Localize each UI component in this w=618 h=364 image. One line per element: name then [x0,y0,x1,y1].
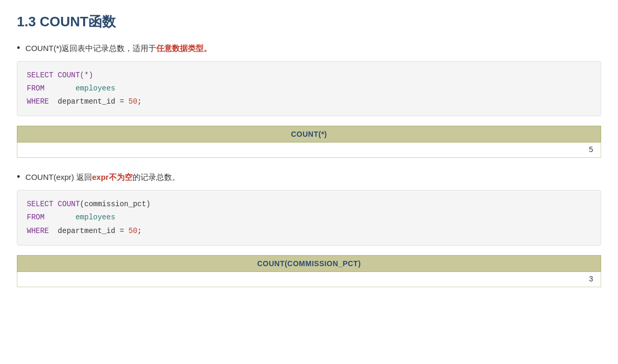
result-table-2-header: COUNT(COMMISSION_PCT) [17,255,601,271]
bullet-2-after: 的记录总数。 [133,173,180,181]
table-row: 3 [17,271,601,287]
col-name-1: department_id [58,97,115,106]
bullet-1-before: COUNT(*)返回表中记录总数，适用于 [25,44,156,53]
bullet-2: COUNT(expr) 返回expr不为空的记录总数。 [17,169,601,185]
code-line-5: FROM employees [27,211,591,224]
result-table-1-value: 5 [17,143,601,158]
heading-suffix: 函数 [88,14,116,29]
fn-count-2-arg: (commission_pct) [80,200,150,208]
code-line-4: SELECT COUNT(commission_pct) [27,198,591,211]
end-1: ; [137,97,141,106]
heading-prefix: 1.3 [17,14,39,29]
tbl-name-2: employees [75,213,115,221]
kw-from-2: FROM [27,213,45,221]
bullet-1: COUNT(*)返回表中记录总数，适用于任意数据类型。 [17,41,601,56]
op-2: = [115,227,128,235]
code-block-2: SELECT COUNT(commission_pct) FROM employ… [17,190,601,246]
kw-where-1: WHERE [27,97,49,106]
kw-where-2: WHERE [27,227,49,235]
kw-from-1: FROM [27,84,45,93]
bullet-2-text: COUNT(expr) 返回expr不为空的记录总数。 [25,171,179,184]
op-1: = [115,97,128,106]
kw-select-1: SELECT [27,71,53,79]
result-table-2: COUNT(COMMISSION_PCT) 3 [17,255,601,287]
page-heading: 1.3 COUNT函数 [17,13,601,31]
code-line-1: SELECT COUNT(*) [27,69,591,82]
code-line-6: WHERE department_id = 50; [27,225,591,238]
result-table-2-value: 3 [17,271,601,287]
heading-keyword: COUNT [39,14,88,29]
code-line-3: WHERE department_id = 50; [27,95,591,108]
bullet-2-before: COUNT(expr) 返回 [25,173,92,181]
fn-count-1: COUNT(*) [58,71,93,79]
end-2: ; [137,227,141,235]
code-block-1: SELECT COUNT(*) FROM employees WHERE dep… [17,61,601,117]
result-table-1: COUNT(*) 5 [17,126,601,158]
fn-count-2: COUNT [58,200,80,208]
tbl-name-1: employees [75,84,115,93]
val-2: 50 [128,227,137,235]
bullet-2-highlight: expr不为空 [92,173,133,181]
val-1: 50 [128,97,137,106]
kw-select-2: SELECT [27,200,53,208]
bullet-1-text: COUNT(*)返回表中记录总数，适用于任意数据类型。 [25,42,211,55]
col-name-2: department_id [58,227,115,235]
result-table-1-header: COUNT(*) [17,126,601,143]
code-line-2: FROM employees [27,82,591,95]
table-row: 5 [17,143,601,158]
bullet-1-highlight: 任意数据类型。 [156,44,211,53]
